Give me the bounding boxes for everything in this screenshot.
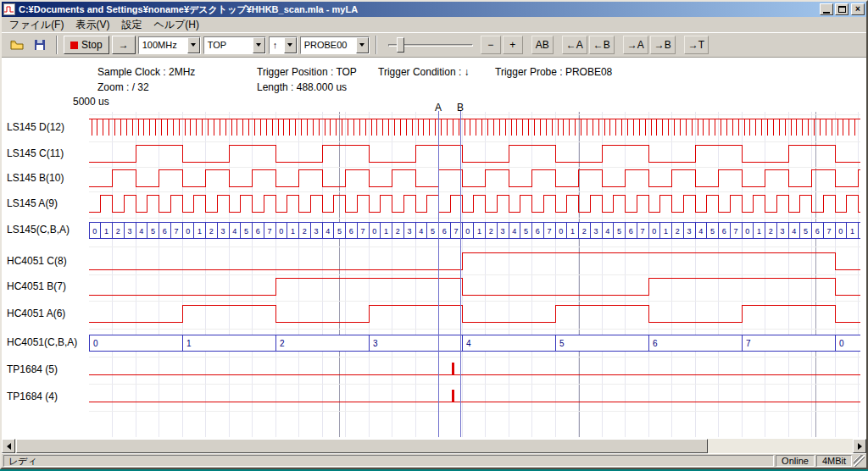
maximize-icon (838, 6, 846, 13)
goto-trigger-button[interactable]: →T (684, 36, 709, 54)
menu-view[interactable]: 表示(V) (70, 17, 115, 33)
close-button[interactable]: × (851, 3, 865, 15)
stop-icon (70, 42, 78, 49)
toolbar: Stop → 100MHz TOP ↑ PROBE00 −+AB←A←B→A→B… (2, 32, 866, 58)
svg-text:2: 2 (676, 227, 680, 236)
svg-text:2: 2 (769, 227, 773, 236)
zoom-slider[interactable] (388, 36, 473, 54)
svg-text:5: 5 (151, 227, 155, 236)
channel-label: HC4051 B(7) (7, 280, 66, 293)
channel-label: LS145 D(12) (7, 121, 64, 134)
status-message: レディ (3, 455, 774, 467)
marker-ab-button[interactable]: AB (531, 36, 554, 54)
svg-text:0: 0 (465, 227, 470, 236)
minimize-button[interactable] (820, 3, 833, 15)
svg-text:4: 4 (326, 227, 330, 236)
svg-text:1: 1 (384, 227, 388, 236)
sample-rate-value: 100MHz (139, 37, 187, 53)
length-label: Length : 488.000 us (257, 81, 347, 93)
maximize-button[interactable] (835, 3, 849, 15)
svg-text:2: 2 (280, 339, 285, 348)
svg-text:4: 4 (512, 227, 516, 236)
arrow-left-icon (7, 443, 11, 450)
svg-text:5: 5 (431, 227, 435, 236)
menu-file[interactable]: ファイル(F) (3, 17, 70, 33)
toolbar-separator (376, 36, 377, 54)
goto-a-right-button[interactable]: →A (623, 36, 648, 54)
stop-label: Stop (81, 39, 103, 51)
svg-text:3: 3 (408, 227, 412, 236)
scrollbar-thumb[interactable] (16, 439, 708, 453)
window-title: C:¥Documents and Settings¥noname¥デスクトップ¥… (17, 3, 818, 16)
svg-text:4: 4 (139, 227, 143, 236)
svg-text:6: 6 (815, 227, 820, 236)
svg-text:6: 6 (629, 227, 633, 236)
svg-text:7: 7 (361, 227, 365, 236)
svg-text:0: 0 (745, 227, 749, 236)
sample-rate-select[interactable]: 100MHz (138, 36, 201, 54)
menu-help[interactable]: ヘルプ(H) (147, 17, 205, 33)
svg-text:0: 0 (93, 339, 98, 348)
trigger-probe-label: Trigger Probe : PROBE08 (495, 66, 612, 78)
stop-button[interactable]: Stop (64, 36, 109, 54)
waveform-client-area: Sample Clock : 2MHz Trigger Position : T… (2, 58, 866, 439)
channel-label: HC4051(C,B,A) (7, 336, 77, 349)
save-button[interactable] (30, 36, 50, 54)
trigger-edge-select[interactable]: ↑ (269, 36, 298, 54)
channel-label: HC4051 C(8) (7, 255, 67, 268)
slider-thumb[interactable] (397, 37, 404, 53)
menu-settings[interactable]: 設定 (115, 17, 147, 33)
svg-text:3: 3 (314, 227, 319, 236)
trigger-position-label: Trigger Position : TOP (257, 66, 357, 78)
trigger-condition-label: Trigger Condition : ↓ (378, 66, 470, 78)
open-button[interactable] (7, 36, 27, 54)
chevron-down-icon[interactable] (187, 37, 200, 53)
status-memory: 4MBit (816, 455, 852, 467)
chevron-down-icon[interactable] (356, 37, 369, 53)
zoom-label: Zoom : / 32 (97, 81, 149, 93)
waveform-canvas[interactable]: 0123456701234567012345670123456701234567… (89, 95, 860, 437)
channel-label: LS145 A(9) (7, 197, 58, 210)
trigger-edge-value: ↑ (270, 37, 284, 53)
titlebar[interactable]: C:¥Documents and Settings¥noname¥デスクトップ¥… (2, 2, 866, 17)
svg-text:4: 4 (605, 227, 609, 236)
svg-text:0: 0 (372, 227, 376, 236)
channel-label: LS145 B(10) (7, 172, 64, 185)
svg-text:1: 1 (664, 227, 668, 236)
horizontal-scrollbar[interactable] (2, 439, 866, 453)
scroll-left-button[interactable] (2, 439, 15, 453)
resize-grip[interactable] (854, 455, 865, 467)
chevron-down-icon[interactable] (253, 37, 265, 53)
svg-text:7: 7 (827, 227, 832, 236)
svg-text:7: 7 (268, 227, 272, 236)
close-icon: × (855, 5, 860, 14)
svg-text:1: 1 (186, 339, 192, 348)
svg-text:1: 1 (198, 227, 202, 236)
goto-b-left-button[interactable]: ←B (589, 36, 615, 54)
open-folder-icon (10, 39, 24, 51)
app-icon (3, 3, 15, 15)
run-button[interactable]: → (112, 36, 136, 54)
status-online: Online (776, 455, 815, 467)
svg-text:2: 2 (582, 227, 587, 236)
svg-text:4: 4 (419, 227, 423, 236)
svg-text:1: 1 (104, 227, 108, 236)
svg-text:3: 3 (687, 227, 692, 236)
channel-label: LS145 C(11) (7, 147, 64, 160)
svg-text:4: 4 (466, 339, 471, 348)
chevron-down-icon[interactable] (284, 37, 297, 53)
goto-b-right-button[interactable]: →B (650, 36, 676, 54)
goto-a-left-button[interactable]: ←A (562, 36, 587, 54)
svg-text:3: 3 (373, 339, 378, 348)
svg-text:7: 7 (175, 227, 179, 236)
svg-text:6: 6 (722, 227, 726, 236)
trigger-probe-select[interactable]: PROBE00 (300, 36, 370, 54)
zoom-out-button[interactable]: − (481, 36, 501, 54)
zoom-in-button[interactable]: + (503, 36, 523, 54)
trigger-position-select[interactable]: TOP (203, 36, 266, 54)
svg-text:2: 2 (303, 227, 307, 236)
svg-text:1: 1 (291, 227, 295, 236)
scroll-right-button[interactable] (853, 439, 866, 453)
svg-text:1: 1 (757, 227, 761, 236)
svg-text:2: 2 (209, 227, 214, 236)
